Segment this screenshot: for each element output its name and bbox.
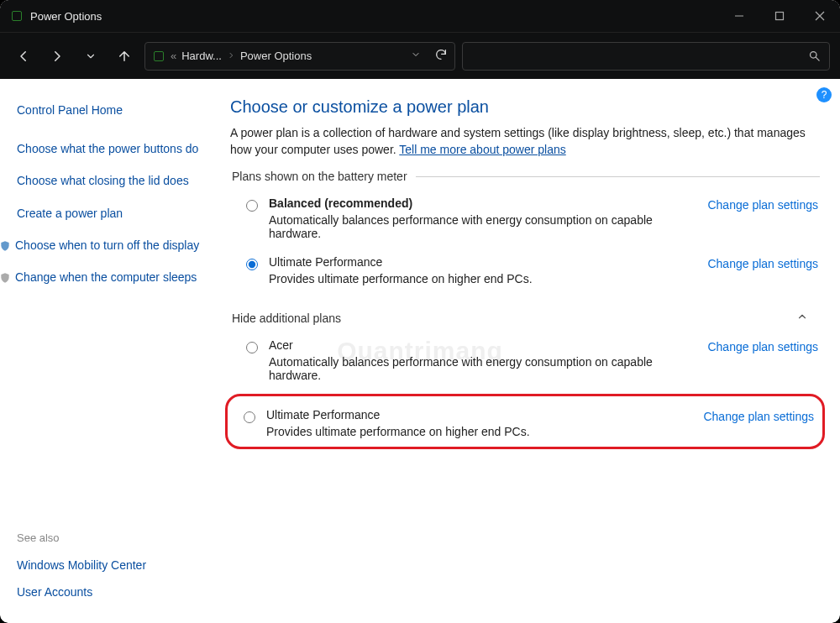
sidebar-link-create-plan[interactable]: Create a power plan bbox=[15, 199, 202, 228]
sidebar-link-turn-off-display[interactable]: Choose when to turn off the display bbox=[0, 231, 202, 259]
app-icon bbox=[10, 9, 24, 23]
breadcrumb-app-icon bbox=[152, 50, 165, 63]
refresh-button[interactable] bbox=[434, 48, 448, 64]
sidebar-item-label: Change when the computer sleeps bbox=[15, 270, 197, 285]
plan-radio-ultimate-1[interactable] bbox=[246, 259, 258, 270]
plan-description: Automatically balances performance with … bbox=[269, 213, 699, 240]
plan-acer: Acer Automatically balances performance … bbox=[230, 335, 820, 394]
help-button[interactable]: ? bbox=[816, 87, 832, 102]
main-content: Choose or customize a power plan A power… bbox=[210, 79, 840, 623]
shield-icon bbox=[0, 239, 12, 253]
plan-description: Automatically balances performance with … bbox=[269, 355, 699, 382]
breadcrumb-item-label: Power Options bbox=[240, 50, 312, 62]
sidebar-link-mobility-center[interactable]: Windows Mobility Center bbox=[15, 554, 202, 576]
plan-name: Ultimate Performance bbox=[269, 255, 699, 269]
sidebar-item-label: Choose when to turn off the display bbox=[15, 238, 199, 253]
chevron-right-icon bbox=[227, 50, 235, 62]
group-legend: Hide additional plans bbox=[232, 312, 341, 325]
forward-button[interactable] bbox=[44, 43, 71, 70]
maximize-button[interactable] bbox=[759, 0, 800, 32]
plan-radio-acer[interactable] bbox=[246, 342, 258, 353]
breadcrumb-item-hardware[interactable]: Hardw... bbox=[181, 50, 222, 62]
sidebar-link-power-buttons[interactable]: Choose what the power buttons do bbox=[15, 134, 202, 163]
up-button[interactable] bbox=[111, 43, 138, 70]
plan-balanced: Balanced (recommended) Automatically bal… bbox=[230, 193, 820, 252]
plan-radio-balanced[interactable] bbox=[246, 200, 258, 212]
titlebar: Power Options bbox=[0, 0, 840, 32]
plan-name: Acer bbox=[269, 338, 699, 352]
toolbar: « Hardw... Power Options bbox=[0, 32, 840, 79]
svg-point-4 bbox=[811, 52, 817, 59]
search-icon bbox=[808, 50, 821, 62]
see-also-heading: See also bbox=[15, 526, 202, 549]
tell-more-link[interactable]: Tell me more about power plans bbox=[399, 143, 565, 156]
change-plan-settings-link[interactable]: Change plan settings bbox=[707, 198, 818, 212]
breadcrumb-item-label: Hardw... bbox=[181, 50, 222, 62]
plan-description: Provides ultimate performance on higher … bbox=[266, 425, 695, 438]
breadcrumb-leading: « bbox=[171, 50, 176, 62]
close-button[interactable] bbox=[800, 0, 840, 32]
sidebar: Control Panel Home Choose what the power… bbox=[0, 79, 210, 623]
breadcrumb-item-power-options[interactable]: Power Options bbox=[240, 50, 312, 62]
page-description: A power plan is a collection of hardware… bbox=[230, 125, 820, 158]
change-plan-settings-link[interactable]: Change plan settings bbox=[707, 340, 818, 353]
search-input[interactable] bbox=[462, 42, 830, 71]
sidebar-home[interactable]: Control Panel Home bbox=[15, 96, 202, 124]
change-plan-settings-link[interactable]: Change plan settings bbox=[703, 410, 814, 423]
plan-ultimate-2: Ultimate Performance Provides ultimate p… bbox=[228, 405, 816, 442]
plan-radio-ultimate-2[interactable] bbox=[244, 411, 255, 423]
breadcrumb-expand-icon[interactable] bbox=[411, 50, 421, 62]
back-button[interactable] bbox=[10, 43, 37, 70]
minimize-button[interactable] bbox=[719, 0, 759, 32]
plan-name: Balanced (recommended) bbox=[269, 196, 699, 210]
sidebar-link-user-accounts[interactable]: User Accounts bbox=[15, 581, 202, 603]
svg-line-5 bbox=[816, 57, 819, 60]
group-legend: Plans shown on the battery meter bbox=[230, 170, 416, 183]
additional-plans-group: Hide additional plans Acer Automatically… bbox=[230, 311, 820, 454]
sidebar-link-closing-lid[interactable]: Choose what closing the lid does bbox=[15, 166, 202, 195]
plan-description: Provides ultimate performance on higher … bbox=[269, 272, 699, 285]
change-plan-settings-link[interactable]: Change plan settings bbox=[707, 257, 818, 270]
window-title: Power Options bbox=[30, 10, 102, 23]
plan-ultimate-1: Ultimate Performance Provides ultimate p… bbox=[230, 252, 820, 297]
page-title: Choose or customize a power plan bbox=[230, 97, 820, 117]
collapse-toggle[interactable] bbox=[793, 311, 811, 325]
shield-icon bbox=[0, 271, 12, 285]
breadcrumb[interactable]: « Hardw... Power Options bbox=[144, 42, 455, 71]
plan-name: Ultimate Performance bbox=[266, 408, 695, 421]
plans-on-meter-group: Plans shown on the battery meter Balance… bbox=[230, 170, 820, 302]
svg-rect-1 bbox=[776, 13, 784, 20]
sidebar-link-computer-sleeps[interactable]: Change when the computer sleeps bbox=[0, 263, 202, 291]
highlight-annotation: Ultimate Performance Provides ultimate p… bbox=[225, 394, 825, 449]
recent-dropdown[interactable] bbox=[77, 43, 104, 70]
